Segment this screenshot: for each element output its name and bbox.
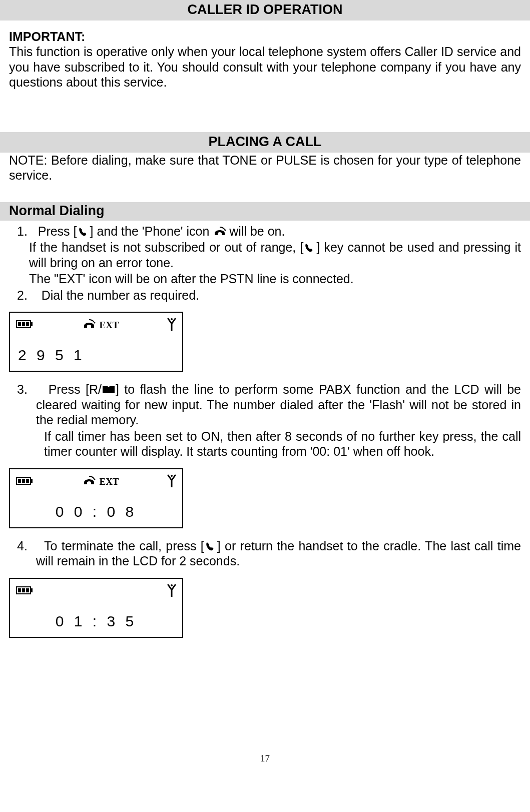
ext-label: EXT xyxy=(99,476,119,487)
svg-point-20 xyxy=(171,584,173,586)
handset-icon xyxy=(303,242,316,253)
svg-point-7 xyxy=(171,318,173,320)
svg-rect-17 xyxy=(18,588,21,592)
phone-connected-icon xyxy=(213,226,226,237)
step-2: 2. Dial the number as required. xyxy=(36,288,521,303)
document-page: CALLER ID OPERATION IMPORTANT: This func… xyxy=(0,0,530,770)
step-1-number: 1. xyxy=(17,224,28,238)
svg-rect-10 xyxy=(18,479,21,483)
svg-rect-4 xyxy=(22,322,25,326)
lcd-1-value: 2 9 5 1 xyxy=(18,347,85,364)
step-1: 1. Press [ ] and the 'Phone' icon will b… xyxy=(36,224,521,239)
lcd-2-value: 0 0 : 0 8 xyxy=(10,503,182,520)
svg-rect-11 xyxy=(22,479,25,483)
step-3-number: 3. xyxy=(17,382,28,396)
steps-list-cont: 3. Press [R/ ] to flash the line to perf… xyxy=(9,382,521,459)
svg-rect-2 xyxy=(31,322,33,326)
step-4-number: 4. xyxy=(17,539,28,553)
handset-icon xyxy=(77,226,90,237)
lcd-display-1: EXT 2 9 5 1 xyxy=(9,312,183,372)
step-4-pre: To terminate the call, press [ xyxy=(44,539,204,553)
antenna-icon xyxy=(167,474,176,489)
step-2-text: Dial the number as required. xyxy=(42,288,199,302)
phonebook-icon xyxy=(102,384,116,395)
svg-rect-18 xyxy=(22,588,25,592)
steps-list: 1. Press [ ] and the 'Phone' icon will b… xyxy=(9,224,521,303)
battery-icon xyxy=(16,585,34,597)
svg-point-6 xyxy=(94,322,96,324)
important-text: This function is operative only when you… xyxy=(9,44,521,90)
svg-rect-16 xyxy=(31,588,33,592)
lcd-display-2: EXT 0 0 : 0 8 xyxy=(9,468,183,528)
antenna-icon xyxy=(167,318,176,333)
section-title-placing-call: PLACING A CALL xyxy=(0,132,530,153)
step-3b: If call timer has been set to ON, then a… xyxy=(44,429,521,459)
important-label: IMPORTANT: xyxy=(9,30,521,44)
step-3: 3. Press [R/ ] to flash the line to perf… xyxy=(36,382,521,428)
step-1c: The "EXT' icon will be on after the PSTN… xyxy=(29,271,521,287)
step-1a-post: will be on. xyxy=(226,224,285,238)
svg-point-13 xyxy=(94,478,96,480)
svg-rect-9 xyxy=(31,479,33,483)
phone-connected-icon xyxy=(82,319,96,332)
step-1b: If the handset is not subscribed or out … xyxy=(29,240,521,270)
battery-icon xyxy=(16,476,34,488)
step-3a-pre: Press [R/ xyxy=(49,382,102,396)
step-4: 4. To terminate the call, press [ ] or r… xyxy=(36,538,521,569)
section-title-caller-id: CALLER ID OPERATION xyxy=(0,0,530,21)
lcd-display-3: 0 1 : 3 5 xyxy=(9,578,183,638)
steps-list-cont2: 4. To terminate the call, press [ ] or r… xyxy=(9,538,521,569)
step-1b-pre: If the handset is not subscribed or out … xyxy=(29,240,303,254)
step-1a-pre: Press [ xyxy=(38,224,77,238)
battery-icon xyxy=(16,319,34,331)
ext-label: EXT xyxy=(99,320,119,331)
step-1a-mid: ] and the 'Phone' icon xyxy=(90,224,213,238)
handset-icon xyxy=(204,541,217,552)
svg-rect-5 xyxy=(26,322,29,326)
phone-connected-icon xyxy=(82,475,96,488)
page-number: 17 xyxy=(9,753,521,770)
step-2-number: 2. xyxy=(17,288,28,302)
svg-rect-12 xyxy=(26,479,29,483)
svg-rect-19 xyxy=(26,588,29,592)
lcd-3-value: 0 1 : 3 5 xyxy=(10,613,182,630)
note-text: NOTE: Before dialing, make sure that TON… xyxy=(9,153,521,183)
svg-rect-3 xyxy=(18,322,21,326)
svg-point-14 xyxy=(171,475,173,477)
antenna-icon xyxy=(167,584,176,599)
subsection-title-normal-dialing: Normal Dialing xyxy=(0,202,530,221)
